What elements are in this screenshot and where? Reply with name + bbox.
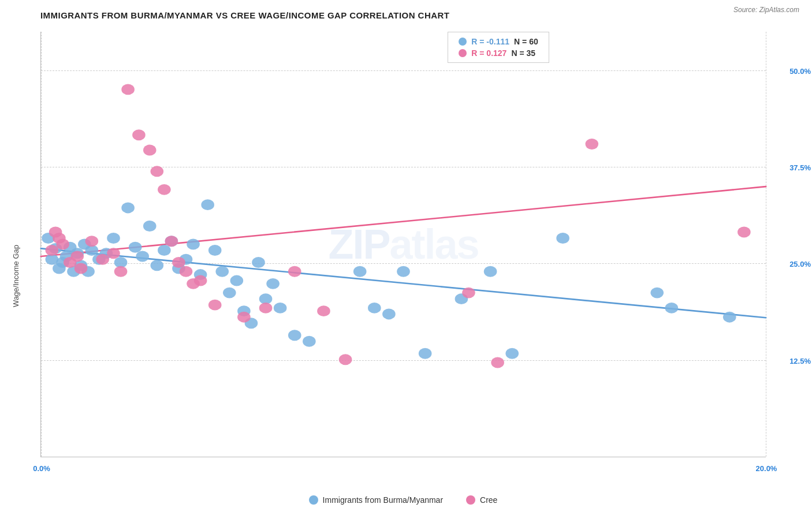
svg-point-30 xyxy=(215,266,229,277)
svg-point-83 xyxy=(737,227,751,238)
chart-plot-area: 12.5% 25.0% 37.5% 50.0% 0.0% 20.0% ZIPat… xyxy=(40,32,766,457)
x-tick-20: 20.0% xyxy=(756,464,777,473)
svg-point-60 xyxy=(85,236,99,247)
svg-point-45 xyxy=(419,348,432,359)
y-tick-375: 37.5% xyxy=(789,163,811,172)
bottom-legend-burma-label: Immigrants from Burma/Myanmar xyxy=(323,495,443,505)
svg-point-38 xyxy=(274,303,287,314)
svg-point-26 xyxy=(187,239,200,250)
svg-point-43 xyxy=(382,308,396,319)
svg-point-82 xyxy=(586,139,599,150)
blue-trend-line xyxy=(41,248,766,318)
svg-point-20 xyxy=(143,221,157,232)
svg-point-42 xyxy=(368,303,381,314)
svg-point-35 xyxy=(252,257,265,268)
svg-point-78 xyxy=(317,305,330,316)
svg-point-41 xyxy=(353,266,367,277)
svg-point-76 xyxy=(259,303,273,314)
y-axis-label-wrapper: Wage/Income Gap xyxy=(5,32,22,457)
x-tick-0: 0.0% xyxy=(33,464,50,473)
bottom-legend: Immigrants from Burma/Myanmar Cree xyxy=(40,495,766,505)
svg-point-74 xyxy=(208,300,222,311)
bottom-dot-blue xyxy=(309,495,318,505)
y-tick-25: 25.0% xyxy=(789,260,811,268)
svg-point-68 xyxy=(158,184,171,195)
svg-point-77 xyxy=(288,266,301,277)
scatter-svg xyxy=(41,32,766,457)
svg-point-65 xyxy=(132,129,146,140)
svg-point-32 xyxy=(230,275,244,286)
svg-point-56 xyxy=(49,227,62,238)
svg-point-81 xyxy=(491,357,504,368)
svg-point-51 xyxy=(665,303,679,314)
svg-point-28 xyxy=(201,199,214,210)
svg-point-80 xyxy=(462,288,475,298)
svg-point-61 xyxy=(96,254,109,265)
svg-point-18 xyxy=(129,242,142,253)
svg-point-69 xyxy=(165,236,178,247)
chart-title: IMMIGRANTS FROM BURMA/MYANMAR VS CREE WA… xyxy=(6,6,800,23)
svg-point-66 xyxy=(143,145,157,156)
svg-point-31 xyxy=(223,288,236,298)
svg-point-40 xyxy=(303,336,316,347)
svg-point-67 xyxy=(151,166,164,177)
svg-point-75 xyxy=(237,312,251,323)
y-tick-125: 12.5% xyxy=(789,356,811,365)
svg-point-50 xyxy=(650,288,664,298)
svg-point-70 xyxy=(172,257,185,268)
svg-point-39 xyxy=(288,330,301,341)
svg-point-52 xyxy=(723,312,736,323)
svg-point-21 xyxy=(151,260,164,271)
svg-point-64 xyxy=(121,84,135,95)
x-grid-20: 20.0% xyxy=(766,32,766,457)
bottom-legend-cree: Cree xyxy=(466,495,497,505)
svg-point-37 xyxy=(266,278,280,289)
svg-point-73 xyxy=(194,275,207,286)
chart-container: IMMIGRANTS FROM BURMA/MYANMAR VS CREE WA… xyxy=(0,0,812,515)
svg-point-49 xyxy=(556,233,569,244)
svg-point-47 xyxy=(484,266,497,277)
svg-point-44 xyxy=(397,266,410,277)
svg-point-63 xyxy=(114,266,128,277)
svg-point-19 xyxy=(136,251,149,262)
bottom-dot-pink xyxy=(466,495,475,505)
bottom-legend-cree-label: Cree xyxy=(480,495,497,505)
bottom-legend-burma: Immigrants from Burma/Myanmar xyxy=(309,495,443,505)
svg-point-53 xyxy=(46,245,59,256)
svg-point-71 xyxy=(180,266,193,277)
y-axis-label: Wage/Income Gap xyxy=(12,245,20,307)
svg-point-22 xyxy=(158,245,171,256)
svg-point-29 xyxy=(208,245,222,256)
source-label: Source: ZipAtlas.com xyxy=(733,6,799,14)
svg-point-79 xyxy=(339,354,352,365)
svg-point-17 xyxy=(121,202,135,213)
y-tick-50: 50.0% xyxy=(789,66,811,75)
svg-point-59 xyxy=(75,263,88,274)
svg-point-62 xyxy=(107,248,120,259)
svg-point-15 xyxy=(107,233,120,244)
svg-point-58 xyxy=(70,251,84,262)
svg-point-48 xyxy=(505,348,519,359)
